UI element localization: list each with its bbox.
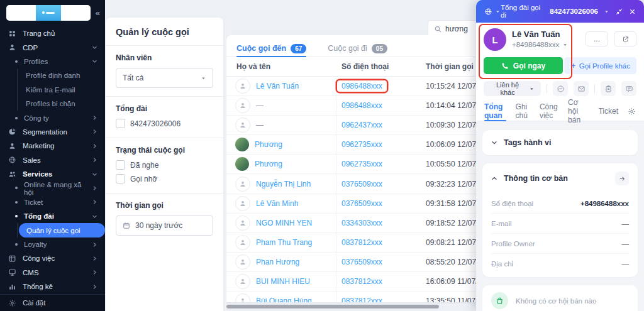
phone-link[interactable]: 0376509xxx xyxy=(341,199,382,208)
chevron-right-icon xyxy=(92,256,97,261)
sidebar-item-profile-dinh-danh[interactable]: Profile định danh xyxy=(17,68,105,82)
checkbox[interactable] xyxy=(116,174,125,183)
more-button[interactable]: ... xyxy=(586,31,608,46)
open-profile-icon[interactable] xyxy=(614,31,636,46)
filter-status-label: Trạng thái cuộc gọi xyxy=(116,146,213,155)
phone-link[interactable]: 0962437xxx xyxy=(341,121,382,129)
call-time-input[interactable]: 30 ngày trước xyxy=(116,216,213,236)
sidebar-item-quan-ly-cuoc-goi[interactable]: Quản lý cuộc gọi xyxy=(17,223,105,237)
phone-link[interactable]: 0837812xxx xyxy=(341,297,382,302)
sidebar-item-sales[interactable]: Sales xyxy=(0,153,105,167)
sidebar-item-marketing[interactable]: Marketing xyxy=(0,139,105,153)
employee-select[interactable]: Tất cả xyxy=(116,68,213,88)
phone-link[interactable]: 0376509xxx xyxy=(341,180,382,188)
close-icon[interactable] xyxy=(629,8,636,15)
chart-icon xyxy=(8,283,16,291)
caret-down-icon xyxy=(201,75,206,81)
contact-name-link[interactable]: BUI MINH HIEU xyxy=(256,277,310,286)
sidebar-item-services[interactable]: Services xyxy=(0,167,105,181)
call-other-profile-button[interactable]: Gọi Profile khác xyxy=(564,57,636,74)
profile-tab-cong-viec[interactable]: Công việc xyxy=(540,102,558,121)
phone-link[interactable]: 0334303xxx xyxy=(341,219,382,227)
contact-name-link[interactable]: — xyxy=(256,121,264,129)
sidebar-item-ticket[interactable]: Ticket xyxy=(0,195,105,209)
contact-name-link[interactable]: NGO MINH YEN xyxy=(256,219,312,227)
contact-name-link[interactable]: — xyxy=(256,101,264,110)
basic-info-header[interactable]: Thông tin cơ bản xyxy=(482,163,638,194)
phone-link[interactable]: 0837812xxx xyxy=(341,277,382,286)
bullet-icon xyxy=(15,117,18,119)
sidebar-item-cong-viec[interactable]: Công việc xyxy=(0,251,105,265)
no-deal-card: Không có cơ hội bán nào xyxy=(482,285,638,311)
contact-phone-dropdown[interactable]: +84986488xxx xyxy=(512,41,568,48)
person-icon xyxy=(8,142,16,150)
basic-info-card: Thông tin cơ bản Số điện thoại +84986488… xyxy=(482,163,638,277)
call-now-button[interactable]: Gọi ngay xyxy=(484,57,563,74)
minimize-icon[interactable] xyxy=(616,8,623,15)
checkbox[interactable] xyxy=(116,160,125,170)
sidebar-item-profiles[interactable]: Profiles xyxy=(0,55,105,68)
phone-link[interactable]: 0986488xxx xyxy=(337,80,387,92)
sidebar-item-thong-ke[interactable]: Thống kê xyxy=(0,280,105,293)
phone-link[interactable]: 0986488xxx xyxy=(341,101,382,110)
tags-section-header[interactable]: Tags hành vi xyxy=(482,130,638,155)
chevron-right-icon xyxy=(92,242,97,248)
sidebar-item-loyalty[interactable]: Loyalty xyxy=(0,237,105,251)
contact-name-link[interactable]: Lê Văn Minh xyxy=(256,199,298,208)
contact-name-link[interactable]: Phan Hương xyxy=(256,258,299,266)
mail-button[interactable] xyxy=(574,81,589,96)
sidebar-item-tong-dai[interactable]: Tổng đài xyxy=(0,209,105,223)
contact-card: L Lê Văn Tuấn +84986488xxx ... Gọi ngay xyxy=(476,23,644,74)
sidebar-item-segmentation[interactable]: Segmentation xyxy=(0,125,105,139)
hotline-checkbox-row[interactable]: 842473026006 xyxy=(116,119,213,128)
info-field: Số điện thoại +84986488xxx xyxy=(491,194,629,213)
filter-status-section: Trạng thái cuộc gọi Đã nghe Gọi nhỡ xyxy=(106,138,223,194)
profile-tab-ticket[interactable]: Ticket xyxy=(598,102,618,121)
profile-tab-tong-quan[interactable]: Tổng quan xyxy=(484,102,506,121)
clipboard-icon xyxy=(604,85,613,93)
arrow-right-icon[interactable] xyxy=(615,172,629,185)
sidebar-item-kiem-tra-email[interactable]: Kiểm tra E-mail xyxy=(17,83,105,97)
sidebar-item-cai-dat[interactable]: Cài đặt xyxy=(0,294,105,311)
contact-name-link[interactable]: Bùi Quang Hùng xyxy=(256,297,312,302)
chevron-down-icon xyxy=(92,45,97,50)
tab-cuoc-goi-den[interactable]: Cuộc gọi đến 67 xyxy=(236,35,306,57)
sidebar-item-cdp[interactable]: CDP xyxy=(0,40,105,54)
contact-actions-row: Liên hệ khác xyxy=(476,74,644,102)
phone-link[interactable]: 0837812xxx xyxy=(341,238,382,247)
checkbox[interactable] xyxy=(116,119,125,128)
sidebar-collapse-icon[interactable]: « xyxy=(96,8,100,18)
photo-avatar xyxy=(235,157,249,171)
sidebar-item-trang-chu[interactable]: Trang chủ xyxy=(0,26,105,40)
messenger-button[interactable] xyxy=(553,81,568,96)
contact-name-link[interactable]: Phương xyxy=(255,140,282,149)
tab-settings-gear-icon[interactable] xyxy=(628,107,636,116)
contact-name-link[interactable]: Phương xyxy=(255,160,282,168)
chevron-down-icon xyxy=(92,172,97,177)
profile-body: Tags hành vi Thông tin cơ bản Số điện th… xyxy=(476,121,644,311)
contact-name-link[interactable]: Pham Thu Trang xyxy=(256,238,312,247)
phone-link[interactable]: 0962735xxx xyxy=(341,160,382,168)
contact-name-link[interactable]: Nguyễn Thị Linh xyxy=(256,180,311,188)
chat-button[interactable] xyxy=(621,81,636,96)
profile-tab-co-hoi-ban[interactable]: Cơ hội bán xyxy=(568,102,589,121)
status-checkbox-row[interactable]: Gọi nhỡ xyxy=(116,174,213,183)
profile-tab-ghi-chu[interactable]: Ghi chú xyxy=(516,102,530,121)
globe-icon[interactable] xyxy=(484,8,492,16)
tab-cuoc-goi-di[interactable]: Cuộc gọi đi 05 xyxy=(328,35,387,57)
sidebar-item-online-mang-xa-hoi[interactable]: Online & mạng xã hội xyxy=(0,181,105,195)
sidebar-item-cong-ty[interactable]: Công ty xyxy=(0,111,105,124)
horizontal-scrollbar[interactable] xyxy=(226,305,439,308)
sidebar-item-cms[interactable]: CMS xyxy=(0,266,105,280)
sidebar-item-profiles-bi-chan[interactable]: Profiles bị chặn xyxy=(17,97,105,111)
other-contact-button[interactable]: Liên hệ khác xyxy=(484,81,541,96)
status-checkbox-row[interactable]: Đã nghe xyxy=(116,160,213,170)
phone-link[interactable]: 0376509xxx xyxy=(341,258,382,266)
kanban-icon xyxy=(8,254,16,263)
grid-icon xyxy=(8,30,16,38)
phone-link[interactable]: 0962735xxx xyxy=(341,140,382,149)
contact-name-link[interactable]: Lê Văn Tuấn xyxy=(256,82,299,90)
avatar-placeholder-icon xyxy=(235,98,250,113)
dialer-title[interactable]: Tổng đài gọi đi 842473026006 xyxy=(501,4,609,19)
clipboard-button[interactable] xyxy=(601,81,616,96)
